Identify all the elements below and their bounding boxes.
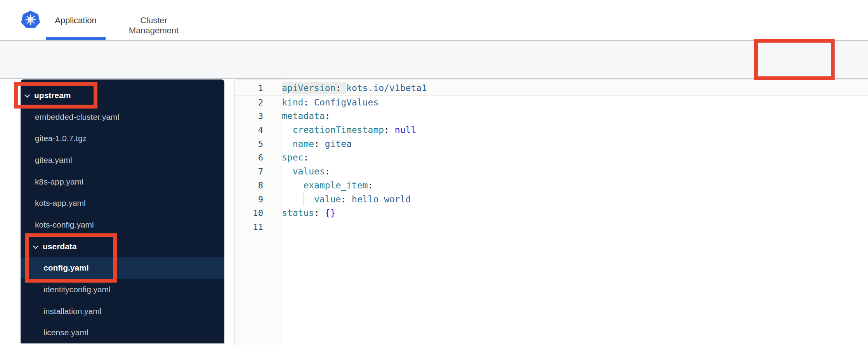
line-number: 9 — [234, 193, 263, 207]
indent-guide — [282, 123, 282, 137]
line-number: 1 — [234, 81, 263, 95]
indent-guide — [293, 193, 293, 207]
sidebar-file-kots-config.yaml[interactable]: kots-config.yaml — [21, 214, 224, 236]
sidebar-file-installation.yaml[interactable]: installation.yaml — [21, 300, 224, 322]
line-number: 8 — [234, 179, 263, 193]
file-name-label: embedded-cluster.yaml — [35, 112, 119, 122]
sidebar-file-gitea-1.0.7.tgz[interactable]: gitea-1.0.7.tgz — [21, 128, 224, 149]
yaml-atom-token: null — [395, 125, 416, 135]
yaml-value-token: gitea — [325, 139, 352, 149]
sidebar-file-kots-app.yaml[interactable]: kots-app.yaml — [21, 192, 224, 214]
yaml-punct-token: : — [325, 111, 330, 121]
line-number: 11 — [234, 220, 263, 234]
line-number: 3 — [234, 109, 263, 123]
code-line-content: example_item: — [282, 179, 373, 193]
file-name-label: k8s-app.yaml — [35, 177, 83, 186]
app-header: Application Cluster Management — [0, 0, 868, 41]
yaml-punct-token: : — [314, 139, 325, 149]
sidebar-folder-upstream[interactable]: upstream — [21, 85, 224, 106]
code-line-content: spec: — [282, 151, 309, 165]
yaml-punct-token: : — [303, 97, 314, 107]
app-subnav: DashboardVersion historyConfigTroublesho… — [0, 41, 868, 79]
yaml-key-token: apiVersion — [282, 83, 335, 93]
file-name-label: license.yaml — [43, 328, 89, 337]
code-line-2[interactable]: 2kind: ConfigValues — [234, 96, 868, 110]
yaml-punct-token: : — [341, 194, 352, 204]
code-line-10[interactable]: 10status: {} — [234, 206, 868, 220]
yaml-punct-token: : — [314, 208, 325, 218]
sidebar-folder-userdata[interactable]: userdata — [21, 236, 224, 257]
code-line-6[interactable]: 6spec: — [234, 151, 868, 165]
code-line-content: name: gitea — [282, 137, 352, 151]
yaml-key-token: values — [293, 166, 325, 176]
file-name-label: gitea-1.0.7.tgz — [35, 134, 87, 143]
file-name-label: installation.yaml — [43, 307, 101, 316]
code-line-content: kind: ConfigValues — [282, 96, 378, 110]
file-name-label: config.yaml — [43, 263, 89, 273]
code-line-content: values: — [282, 165, 330, 179]
code-line-9[interactable]: 9 value: hello world — [234, 193, 868, 207]
code-line-5[interactable]: 5 name: gitea — [234, 137, 868, 151]
yaml-value-token: hello world — [352, 194, 411, 204]
code-line-1[interactable]: 1apiVersion: kots.io/v1beta1 — [234, 81, 868, 96]
yaml-punct-token: : — [384, 125, 395, 135]
yaml-key-token: status — [282, 208, 314, 218]
code-line-8[interactable]: 8 example_item: — [234, 179, 868, 193]
indent-guide — [282, 165, 282, 179]
yaml-key-token: metadata — [282, 111, 325, 121]
sidebar-file-license.yaml[interactable]: license.yaml — [21, 322, 224, 344]
line-number: 4 — [234, 123, 263, 137]
chevron-down-icon[interactable] — [25, 93, 30, 98]
line-number: 7 — [234, 165, 263, 179]
sidebar-file-embedded-cluster.yaml[interactable]: embedded-cluster.yaml — [21, 106, 224, 128]
yaml-punct-token: : — [325, 166, 330, 176]
header-tab-cluster-management[interactable]: Cluster Management — [115, 16, 193, 36]
folder-name-label: upstream — [34, 91, 71, 100]
sidebar-file-k8s-app.yaml[interactable]: k8s-app.yaml — [21, 171, 224, 193]
line-number: 6 — [234, 151, 263, 165]
sidebar-file-identityconfig.yaml[interactable]: identityconfig.yaml — [21, 279, 224, 300]
yaml-punct-token: : — [335, 83, 346, 93]
code-line-content: metadata: — [282, 109, 330, 123]
yaml-punct-token: : — [368, 180, 373, 190]
file-viewer: 1apiVersion: kots.io/v1beta12kind: Confi… — [234, 79, 868, 345]
indent-guide — [303, 193, 304, 207]
indent-guide — [293, 179, 293, 193]
kubernetes-logo-icon — [21, 10, 40, 29]
code-line-content: apiVersion: kots.io/v1beta1 — [282, 81, 427, 95]
yaml-key-token: example_item — [303, 180, 368, 190]
yaml-value-token: kots.io/v1beta1 — [346, 83, 427, 93]
code-editor[interactable]: 1apiVersion: kots.io/v1beta12kind: Confi… — [234, 81, 868, 234]
code-line-content: value: hello world — [282, 193, 411, 207]
yaml-key-token: spec — [282, 152, 303, 162]
yaml-punct-token: : — [303, 152, 309, 162]
yaml-key-token: value — [314, 194, 341, 204]
line-number: 10 — [234, 206, 263, 220]
sidebar-file-config.yaml[interactable]: config.yaml — [21, 257, 224, 279]
application-active-underline — [46, 37, 106, 40]
file-name-label: kots-app.yaml — [35, 198, 86, 208]
code-line-7[interactable]: 7 values: — [234, 165, 868, 179]
sidebar-file-gitea.yaml[interactable]: gitea.yaml — [21, 149, 224, 171]
code-line-4[interactable]: 4 creationTimestamp: null — [234, 123, 868, 137]
file-name-label: kots-config.yaml — [35, 220, 94, 229]
folder-name-label: userdata — [43, 242, 77, 251]
file-tree-sidebar: upstreamembedded-cluster.yamlgitea-1.0.7… — [21, 79, 224, 343]
yaml-key-token: creationTimestamp — [293, 125, 384, 135]
file-name-label: identityconfig.yaml — [43, 285, 111, 294]
yaml-key-token: name — [293, 139, 314, 149]
code-line-content: creationTimestamp: null — [282, 123, 416, 137]
file-name-label: gitea.yaml — [35, 155, 72, 165]
indent-guide — [282, 179, 282, 193]
indent-guide — [282, 193, 282, 207]
yaml-atom-token: {} — [325, 208, 336, 218]
indent-guide — [282, 137, 282, 151]
code-line-3[interactable]: 3metadata: — [234, 109, 868, 123]
header-tab-application[interactable]: Application — [46, 16, 106, 26]
yaml-key-token: kind — [282, 97, 303, 107]
chevron-down-icon[interactable] — [33, 244, 38, 249]
code-line-content: status: {} — [282, 206, 336, 220]
line-number: 2 — [234, 96, 263, 110]
yaml-value-token: ConfigValues — [314, 97, 378, 107]
code-line-11[interactable]: 11 — [234, 220, 868, 234]
